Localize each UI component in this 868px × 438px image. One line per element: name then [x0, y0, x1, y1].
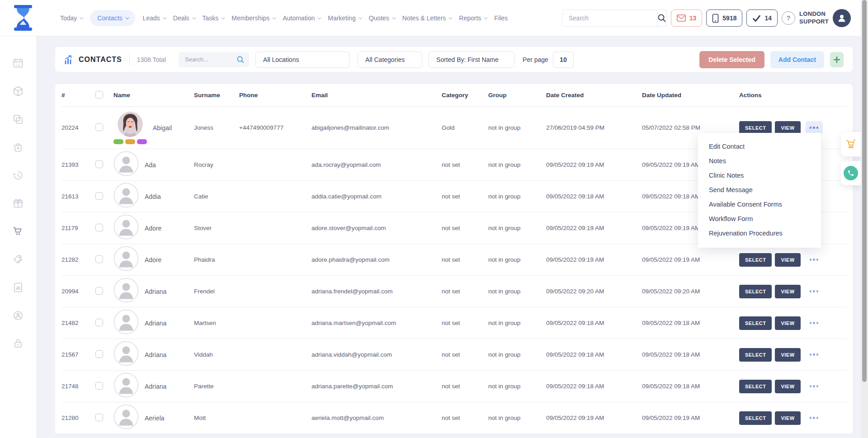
- menu-item-rejuvenation-procedures[interactable]: Rejuvenation Procedures: [698, 226, 821, 240]
- calls-badge[interactable]: 5918: [706, 9, 742, 27]
- contact-category: not set: [442, 193, 488, 200]
- filter-actions: Delete Selected Add Contact: [699, 51, 844, 68]
- col-id: #: [61, 92, 95, 99]
- messages-count: 13: [689, 14, 697, 22]
- sidebar-item-packages[interactable]: [12, 85, 24, 97]
- quick-add-button[interactable]: [830, 52, 844, 67]
- nav-tasks[interactable]: Tasks: [203, 14, 224, 22]
- row-checkbox[interactable]: [95, 255, 103, 263]
- contact-group: not in group: [488, 288, 546, 295]
- per-page-select[interactable]: 10: [553, 52, 574, 68]
- view-button[interactable]: VIEW: [775, 253, 800, 267]
- row-checkbox[interactable]: [95, 382, 103, 390]
- nav-reports[interactable]: Reports: [459, 14, 486, 22]
- contact-surname: Stover: [194, 225, 239, 231]
- select-button[interactable]: SELECT: [739, 411, 772, 425]
- sidebar-item-offers[interactable]: [12, 254, 24, 265]
- nav-leads[interactable]: Leads: [143, 14, 165, 22]
- contacts-search-input[interactable]: [185, 56, 236, 63]
- contact-surname: Catie: [194, 193, 239, 200]
- row-menu-button[interactable]: [806, 316, 823, 330]
- row-menu-button[interactable]: [806, 380, 823, 393]
- category-filter[interactable]: All Categories: [358, 52, 422, 68]
- select-button[interactable]: SELECT: [739, 380, 772, 393]
- nav-files[interactable]: Files: [494, 14, 508, 22]
- chevron-down-icon: [273, 15, 276, 19]
- sidebar-item-account[interactable]: [12, 310, 24, 321]
- menu-item-workflow-form[interactable]: Workflow Form: [698, 212, 821, 226]
- delete-selected-button[interactable]: Delete Selected: [699, 51, 764, 68]
- app-logo[interactable]: [12, 5, 34, 31]
- contact-phone: +447490009777: [239, 124, 311, 131]
- menu-item-edit-contact[interactable]: Edit Contact: [698, 139, 821, 154]
- contact-first-name: Adore: [145, 225, 161, 232]
- menu-item-notes[interactable]: Notes: [698, 154, 821, 168]
- floating-cart-button[interactable]: [841, 132, 861, 156]
- scrollbar-thumb[interactable]: [862, 0, 867, 382]
- sidebar-item-rewards[interactable]: [12, 198, 24, 209]
- select-button[interactable]: SELECT: [739, 121, 772, 135]
- search-icon[interactable]: [657, 10, 666, 26]
- view-button[interactable]: VIEW: [775, 316, 800, 330]
- row-menu-button[interactable]: [806, 121, 823, 135]
- nav-quotes[interactable]: Quotes: [369, 14, 395, 22]
- menu-item-clinic-notes[interactable]: Clinic Notes: [698, 168, 821, 183]
- nav-deals[interactable]: Deals: [173, 14, 195, 22]
- nav-today[interactable]: Today: [60, 14, 82, 22]
- row-checkbox[interactable]: [95, 414, 103, 421]
- add-contact-button[interactable]: Add Contact: [770, 51, 824, 68]
- select-button[interactable]: SELECT: [739, 348, 772, 362]
- row-checkbox[interactable]: [95, 350, 103, 358]
- location-filter[interactable]: All Locations: [255, 52, 349, 68]
- placeholder-avatar: [113, 214, 139, 240]
- view-button[interactable]: VIEW: [775, 380, 800, 393]
- row-menu-button[interactable]: [806, 411, 823, 425]
- sidebar-item-security[interactable]: [12, 338, 24, 349]
- user-avatar[interactable]: [833, 9, 851, 27]
- select-button[interactable]: SELECT: [739, 316, 772, 330]
- contact-avatar: [113, 372, 139, 398]
- row-checkbox[interactable]: [95, 319, 103, 326]
- select-button[interactable]: SELECT: [739, 253, 772, 267]
- search-icon[interactable]: [236, 56, 245, 64]
- row-menu-button[interactable]: [806, 285, 823, 298]
- floating-call-button[interactable]: [841, 161, 861, 185]
- row-checkbox[interactable]: [95, 192, 103, 200]
- sidebar-item-duplicates[interactable]: [12, 113, 24, 125]
- nav-contacts[interactable]: Contacts: [90, 10, 135, 26]
- view-button[interactable]: VIEW: [775, 411, 800, 425]
- menu-item-available-consent-forms[interactable]: Available Consent Forms: [698, 197, 821, 212]
- sort-filter[interactable]: Sorted By: First Name: [429, 52, 514, 68]
- row-checkbox[interactable]: [95, 123, 103, 131]
- row-menu-button[interactable]: [806, 253, 823, 267]
- nav-automation[interactable]: Automation: [283, 14, 320, 22]
- nav-marketing[interactable]: Marketing: [328, 14, 361, 22]
- contact-tag: [125, 139, 135, 144]
- sidebar-item-history[interactable]: [12, 170, 24, 181]
- nav-notes-letters[interactable]: Notes & Letters: [402, 14, 452, 22]
- menu-item-send-message[interactable]: Send Message: [698, 183, 821, 197]
- row-checkbox[interactable]: [95, 287, 103, 295]
- row-menu-button[interactable]: [806, 348, 823, 362]
- select-button[interactable]: SELECT: [739, 285, 772, 298]
- sidebar-item-orders[interactable]: [12, 141, 24, 153]
- row-checkbox[interactable]: [95, 224, 103, 231]
- messages-badge[interactable]: 13: [671, 9, 703, 27]
- contact-surname: Martsen: [194, 320, 239, 326]
- contact-date-updated: 09/05/2022 09:19 AM: [642, 414, 739, 421]
- help-icon[interactable]: ?: [782, 11, 795, 25]
- global-search-input[interactable]: [562, 10, 657, 26]
- contact-date-created: 09/05/2022 09:18 AM: [546, 351, 642, 358]
- sidebar-item-calendar[interactable]: 12: [12, 57, 24, 69]
- report-icon: [12, 282, 24, 293]
- contact-first-name: Addia: [145, 193, 161, 200]
- view-button[interactable]: VIEW: [775, 348, 800, 362]
- select-all-checkbox[interactable]: [95, 91, 103, 99]
- view-button[interactable]: VIEW: [775, 285, 800, 298]
- view-button[interactable]: VIEW: [775, 121, 800, 135]
- sidebar-item-reports[interactable]: [12, 282, 24, 293]
- sidebar-item-shop[interactable]: [12, 226, 24, 237]
- tasks-badge[interactable]: 14: [746, 9, 778, 27]
- nav-memberships[interactable]: Memberships: [231, 14, 275, 22]
- row-checkbox[interactable]: [95, 160, 103, 168]
